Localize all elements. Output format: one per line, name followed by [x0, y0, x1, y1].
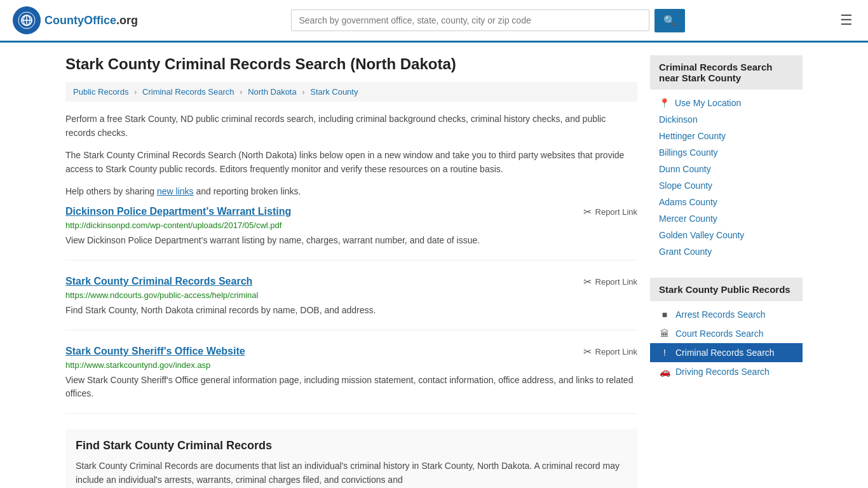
- page-title: Stark County Criminal Records Search (No…: [65, 55, 637, 73]
- record-header-2: Stark County Criminal Records Search ✂ R…: [65, 276, 637, 288]
- find-section: Find Stark County Criminal Records Stark…: [65, 429, 637, 488]
- description-3: Help others by sharing new links and rep…: [65, 184, 637, 198]
- report-icon-3: ✂: [583, 346, 592, 358]
- search-input[interactable]: [291, 10, 649, 31]
- description-1: Perform a free Stark County, ND public c…: [65, 112, 637, 140]
- record-entry-1: Dickinson Police Department's Warrant Li…: [65, 206, 637, 261]
- report-link-3[interactable]: ✂ Report Link: [583, 346, 637, 358]
- pub-records-header: Stark County Public Records: [650, 278, 803, 301]
- report-icon-2: ✂: [583, 276, 592, 288]
- nearby-header: Criminal Records Search near Stark Count…: [650, 55, 803, 90]
- nearby-link-5[interactable]: Adams County: [650, 194, 803, 210]
- record-title-3[interactable]: Stark County Sheriff's Office Website: [65, 346, 245, 357]
- pub-record-1[interactable]: 🏛 Court Records Search: [650, 324, 803, 343]
- breadcrumb-public-records[interactable]: Public Records: [73, 87, 128, 97]
- record-desc-3: View Stark County Sheriff's Office gener…: [65, 374, 637, 400]
- nearby-link-4[interactable]: Slope County: [650, 177, 803, 194]
- new-links-link[interactable]: new links: [157, 186, 194, 196]
- search-area: 🔍: [291, 9, 685, 32]
- nearby-list: 📍 Use My Location Dickinson Hettinger Co…: [650, 90, 803, 265]
- pub-record-0[interactable]: ■ Arrest Records Search: [650, 305, 803, 324]
- nearby-link-1[interactable]: Hettinger County: [650, 128, 803, 144]
- record-entry-2: Stark County Criminal Records Search ✂ R…: [65, 276, 637, 330]
- record-header-3: Stark County Sheriff's Office Website ✂ …: [65, 346, 637, 358]
- record-desc-2: Find Stark County, North Dakota criminal…: [65, 304, 637, 317]
- driving-icon: 🚗: [659, 367, 670, 377]
- nearby-link-8[interactable]: Grant County: [650, 243, 803, 260]
- report-link-2[interactable]: ✂ Report Link: [583, 276, 637, 288]
- sidebar: Criminal Records Search near Stark Count…: [650, 55, 803, 488]
- nearby-link-7[interactable]: Golden Valley County: [650, 227, 803, 243]
- main-content: Stark County Criminal Records Search (No…: [65, 55, 637, 488]
- pub-record-3[interactable]: 🚗 Driving Records Search: [650, 362, 803, 381]
- criminal-icon: !: [659, 348, 670, 358]
- nearby-link-3[interactable]: Dunn County: [650, 161, 803, 177]
- pub-records-section: Stark County Public Records ■ Arrest Rec…: [650, 278, 803, 385]
- record-header-1: Dickinson Police Department's Warrant Li…: [65, 206, 637, 218]
- record-entry-3: Stark County Sheriff's Office Website ✂ …: [65, 346, 637, 414]
- record-desc-1: View Dickinson Police Department's warra…: [65, 234, 637, 247]
- location-icon: 📍: [659, 98, 670, 108]
- breadcrumb-stark-county[interactable]: Stark County: [310, 87, 358, 97]
- logo-area: CountyOffice.org: [13, 6, 138, 34]
- use-my-location-link[interactable]: Use My Location: [675, 98, 741, 108]
- logo-text: CountyOffice.org: [44, 14, 138, 27]
- logo-icon: [13, 6, 41, 34]
- report-icon-1: ✂: [583, 206, 592, 218]
- description-2: The Stark County Criminal Records Search…: [65, 148, 637, 177]
- record-url-2: https://www.ndcourts.gov/public-access/h…: [65, 290, 637, 300]
- arrest-icon: ■: [659, 309, 670, 320]
- breadcrumb-criminal-records-search[interactable]: Criminal Records Search: [142, 87, 234, 97]
- menu-button[interactable]: ☰: [837, 10, 855, 31]
- record-title-1[interactable]: Dickinson Police Department's Warrant Li…: [65, 206, 291, 217]
- breadcrumb: Public Records › Criminal Records Search…: [65, 82, 637, 102]
- court-icon: 🏛: [659, 329, 670, 339]
- report-link-1[interactable]: ✂ Report Link: [583, 206, 637, 218]
- main-container: Stark County Criminal Records Search (No…: [53, 43, 815, 488]
- site-header: CountyOffice.org 🔍 ☰: [0, 0, 868, 43]
- use-my-location-item[interactable]: 📍 Use My Location: [650, 95, 803, 111]
- nearby-link-0[interactable]: Dickinson: [650, 111, 803, 128]
- find-desc: Stark County Criminal Records are docume…: [76, 459, 627, 487]
- header-right: ☰: [837, 10, 855, 31]
- breadcrumb-north-dakota[interactable]: North Dakota: [248, 87, 297, 97]
- nearby-link-6[interactable]: Mercer County: [650, 210, 803, 227]
- pub-records-list: ■ Arrest Records Search 🏛 Court Records …: [650, 301, 803, 385]
- record-url-1: http://dickinsonpd.com/wp-content/upload…: [65, 220, 637, 230]
- nearby-section: Criminal Records Search near Stark Count…: [650, 55, 803, 265]
- pub-record-2[interactable]: ! Criminal Records Search: [650, 343, 803, 362]
- record-url-3: http://www.starkcountynd.gov/index.asp: [65, 360, 637, 370]
- find-title: Find Stark County Criminal Records: [76, 439, 627, 452]
- record-title-2[interactable]: Stark County Criminal Records Search: [65, 276, 252, 287]
- nearby-link-2[interactable]: Billings County: [650, 144, 803, 161]
- search-button[interactable]: 🔍: [654, 9, 685, 32]
